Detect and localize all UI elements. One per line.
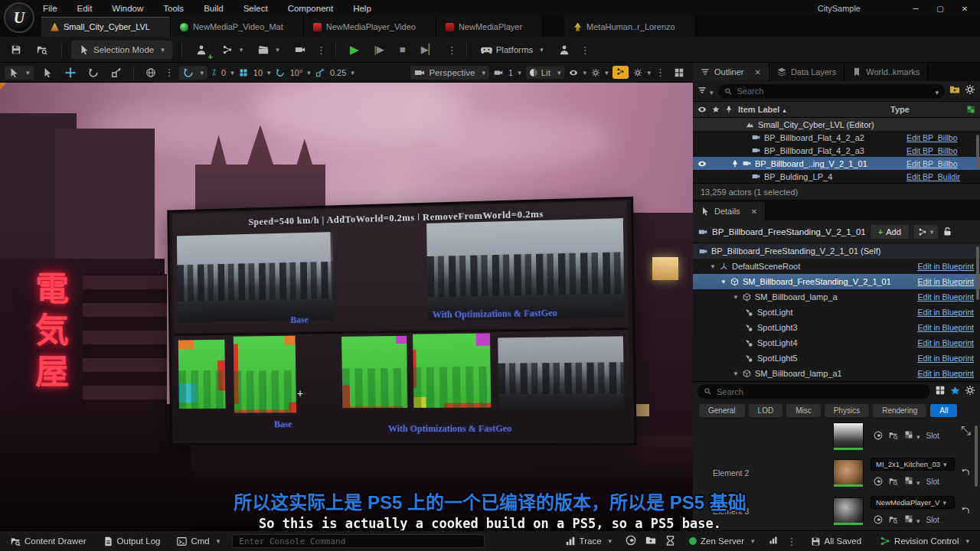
billboard-screen[interactable]: Speed=540 km/h | AddToWorld=0.2ms | Remo…: [167, 197, 637, 445]
all-saved-button[interactable]: All Saved: [806, 533, 867, 549]
play-button[interactable]: ▶: [345, 40, 364, 60]
use-selected-asset-icon[interactable]: [874, 431, 883, 440]
blueprints-button[interactable]: [217, 41, 248, 58]
tab-media-player[interactable]: NewMediaPlayer: [436, 17, 543, 37]
show-flags-dropdown[interactable]: [569, 68, 586, 77]
scale-tool[interactable]: [107, 66, 126, 80]
edit-blueprint-link[interactable]: Edit BP_Buildir: [906, 172, 980, 181]
tree-row-lamp[interactable]: ▼ SM_Billboard_lamp_a1 Edit in Blueprint: [693, 366, 980, 381]
edit-in-blueprint-link[interactable]: Edit in Blueprint: [917, 262, 974, 271]
eject-button[interactable]: ▶▏: [416, 41, 441, 58]
material-thumbnail[interactable]: [833, 497, 864, 525]
tree-row-self[interactable]: BP_Billboard_FreeStanding_V_2_1_01 (Self…: [693, 243, 980, 259]
filter-all[interactable]: All: [930, 404, 957, 417]
material-thumbnail[interactable]: [833, 459, 864, 487]
browse-to-asset-icon[interactable]: [889, 515, 898, 524]
tab-video-material[interactable]: NewMediaP_Video_Mat: [171, 17, 304, 37]
use-selected-asset-icon[interactable]: [874, 477, 883, 486]
camera-speed-dropdown[interactable]: 1: [494, 68, 521, 77]
outliner-row-actor-selected[interactable]: BP_Billboard_..ing_V_2_1_01 Edit BP_Bill…: [693, 157, 980, 170]
menu-component[interactable]: Component: [288, 4, 333, 13]
blueprint-edit-dropdown[interactable]: [913, 225, 939, 239]
tab-metahuman[interactable]: MetaHuman..r_Lorenzo: [564, 17, 696, 37]
preview-mode-button[interactable]: [290, 41, 310, 58]
menu-build[interactable]: Build: [204, 4, 224, 13]
toolbar-overflow-menu[interactable]: [316, 43, 326, 57]
move-tool[interactable]: [61, 66, 80, 80]
reset-to-default-icon[interactable]: [961, 467, 970, 481]
edit-in-blueprint-link[interactable]: Edit in Blueprint: [917, 338, 974, 347]
outliner-row-actor[interactable]: BP_Billboard_Flat_4_2_a2 Edit BP_Billbo: [693, 131, 980, 144]
material-options-icon[interactable]: [904, 476, 920, 487]
menu-tools[interactable]: Tools: [163, 4, 184, 13]
create-folder-button[interactable]: [949, 84, 960, 98]
console-command-input[interactable]: [232, 534, 485, 548]
tree-row-spotlight[interactable]: SpotLight5 Edit in Blueprint: [693, 350, 980, 366]
snap-percent-dropdown[interactable]: ⁒ 0: [212, 67, 234, 77]
edit-in-blueprint-link[interactable]: Edit in Blueprint: [917, 277, 974, 286]
play-options-menu[interactable]: [447, 43, 457, 57]
use-selected-asset-icon[interactable]: [874, 515, 883, 524]
add-actor-button[interactable]: [191, 41, 211, 58]
browse-content-button[interactable]: [32, 41, 52, 58]
menu-help[interactable]: Help: [353, 4, 371, 13]
surface-snap-dropdown[interactable]: [179, 66, 208, 80]
menu-window[interactable]: Window: [112, 4, 143, 13]
details-search-input[interactable]: [697, 384, 930, 399]
unreal-logo[interactable]: U: [4, 2, 34, 33]
display-options-button[interactable]: [935, 385, 946, 399]
status-overflow-menu[interactable]: [787, 536, 797, 547]
outliner-row-actor[interactable]: BP_Billboard_Flat_4_2_a3 Edit BP_Billbo: [693, 144, 980, 157]
hourglass-icon[interactable]: [665, 536, 675, 547]
frame-skip-button[interactable]: |▶: [369, 41, 388, 58]
insights-icon[interactable]: [626, 535, 636, 547]
browse-to-asset-icon[interactable]: [889, 431, 898, 440]
outliner-filter-button[interactable]: [697, 84, 714, 98]
material-select-dropdown[interactable]: NewMediaPlayer_V: [871, 496, 955, 509]
view-mode-dropdown[interactable]: Lit: [526, 67, 565, 79]
minimize-button[interactable]: [905, 3, 926, 14]
close-icon[interactable]: ✕: [751, 207, 757, 216]
expand-icon[interactable]: ⤡: [961, 424, 971, 438]
material-options-icon[interactable]: [904, 430, 920, 441]
type-filter-icon[interactable]: [966, 105, 975, 114]
rotation-snap-dropdown[interactable]: 10°: [276, 68, 311, 77]
edit-in-blueprint-link[interactable]: Edit in Blueprint: [917, 308, 974, 317]
optimization-viewmodes-dropdown[interactable]: [591, 68, 609, 77]
pin-icon[interactable]: [731, 160, 739, 168]
tree-row-spotlight[interactable]: SpotLight4 Edit in Blueprint: [693, 335, 980, 350]
transform-options-menu[interactable]: [165, 67, 175, 78]
quad-view-button[interactable]: [670, 66, 688, 80]
tree-row-lamp[interactable]: ▼ SM_Billboard_lamp_a Edit in Blueprint: [693, 289, 980, 305]
item-label-column[interactable]: Item Label: [738, 105, 786, 114]
viewport-options-menu[interactable]: [655, 67, 665, 78]
filter-misc[interactable]: Misc: [786, 404, 821, 417]
favorite-column-icon[interactable]: [712, 106, 720, 113]
trace-dropdown[interactable]: Trace: [560, 533, 617, 549]
close-icon[interactable]: ✕: [755, 68, 761, 77]
favorites-button[interactable]: [950, 385, 960, 399]
eye-icon[interactable]: [697, 159, 707, 168]
edit-in-blueprint-link[interactable]: Edit in Blueprint: [917, 292, 974, 302]
output-log-button[interactable]: Output Log: [99, 533, 165, 549]
pin-column-icon[interactable]: [725, 106, 733, 113]
select-tool[interactable]: [38, 66, 57, 80]
lock-icon[interactable]: [942, 227, 952, 236]
filter-physics[interactable]: Physics: [825, 404, 869, 417]
rotate-tool[interactable]: [84, 66, 103, 80]
maximize-button[interactable]: [929, 3, 951, 14]
perspective-dropdown[interactable]: Perspective: [410, 66, 489, 80]
outliner-search-input[interactable]: [718, 84, 945, 99]
cinematics-button[interactable]: [253, 41, 284, 58]
derived-data-icon[interactable]: [769, 536, 778, 546]
performance-highlight-button[interactable]: [612, 66, 629, 79]
tab-outliner[interactable]: Outliner ✕: [693, 63, 769, 81]
scene-render[interactable]: 電気屋 Speed=540 km/h | AddToWorld=0.2ms | …: [0, 83, 693, 530]
material-thumbnail[interactable]: [833, 422, 864, 450]
selection-mode-dropdown[interactable]: Selection Mode: [71, 41, 172, 59]
type-column[interactable]: Type: [890, 105, 961, 114]
edit-in-blueprint-link[interactable]: Edit in Blueprint: [917, 369, 974, 378]
reset-to-default-icon[interactable]: [961, 505, 970, 519]
close-button[interactable]: [954, 3, 975, 14]
scale-snap-dropdown[interactable]: 0.25: [315, 68, 354, 77]
